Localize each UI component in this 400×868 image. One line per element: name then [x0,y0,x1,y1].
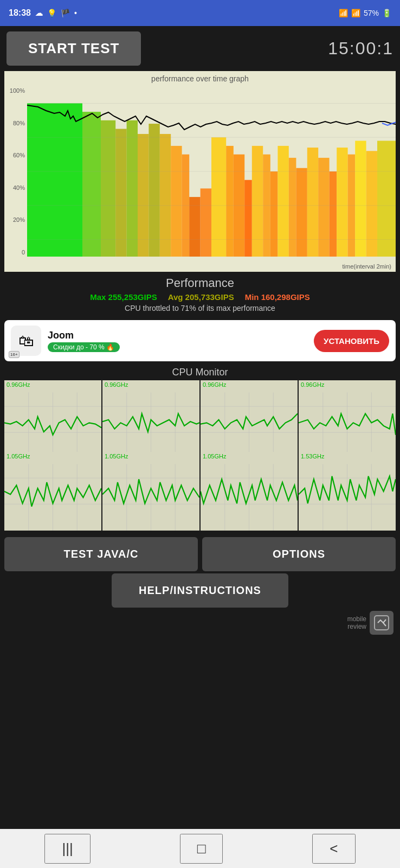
ad-icon: 🛍 16+ [11,326,41,356]
cpu-freq-5: 1.05GHz [105,453,128,459]
ad-description: Скидки до - 70 % 🔥 [48,342,120,352]
svg-rect-10 [189,197,200,257]
svg-rect-0 [27,103,82,257]
y-label-20: 20% [13,216,25,223]
flag-icon: 🏴 [61,9,70,17]
nav-menu-button[interactable]: ||| [44,834,90,864]
y-label-100: 100% [10,87,25,94]
perf-avg: Avg 205,733GIPS [168,292,234,302]
logo-text: mobile review [347,615,366,631]
svg-rect-19 [278,146,288,257]
y-label-40: 40% [13,184,25,191]
cpu-freq-7: 1.53GHz [301,453,324,459]
y-label-60: 60% [13,152,25,158]
cpu-freq-0: 0.96GHz [7,381,30,388]
ad-install-button[interactable]: УСТАНОВИТЬ [314,330,389,352]
cpu-cell-5: 1.05GHz [102,452,199,522]
signal-icon: 📶 [351,9,360,17]
cpu-freq-1: 0.96GHz [105,381,128,388]
y-label-80: 80% [13,120,25,126]
svg-rect-23 [318,158,329,257]
time-display: 18:38 [9,8,31,18]
main-content: START TEST 15:00:1 performance over time… [0,26,400,829]
svg-rect-21 [296,168,307,257]
svg-rect-28 [366,151,377,257]
joom-logo: 🛍 [18,332,34,350]
timer-display: 15:00:1 [328,39,393,59]
status-left: 18:38 ☁ 💡 🏴 • [9,8,77,18]
cpu-freq-4: 1.05GHz [7,453,30,459]
graph-canvas-area [27,86,396,257]
logo-icon [370,611,393,635]
bottom-buttons-row: TEST JAVA/C OPTIONS [0,534,400,573]
cpu-cell-3: 0.96GHz [299,380,396,451]
svg-rect-83 [375,616,389,630]
start-test-button[interactable]: START TEST [7,31,141,66]
cpu-monitor-grid: 0.96GHz 0.96GHz [4,380,396,522]
y-label-0: 0 [22,249,25,256]
cpu-monitor-title: CPU Monitor [0,363,400,380]
svg-rect-15 [244,180,252,257]
wifi-icon: 📶 [339,9,348,17]
cloud-icon: ☁ [35,9,43,17]
svg-rect-4 [127,120,138,257]
test-java-c-button[interactable]: TEST JAVA/C [4,537,198,571]
cpu-cell-1: 0.96GHz [102,380,199,451]
graph-time-label: time(interval 2min) [343,263,391,270]
svg-rect-8 [171,146,182,257]
ad-name: Joom [48,330,307,341]
location-icon: 💡 [47,9,56,17]
svg-rect-13 [226,146,234,257]
top-row: START TEST 15:00:1 [0,26,400,71]
cpu-cell-2: 0.96GHz [201,380,298,451]
svg-rect-22 [307,148,318,257]
cpu-freq-3: 0.96GHz [301,381,324,388]
age-badge: 16+ [9,351,20,358]
nav-back-button[interactable]: < [312,834,355,864]
help-btn-row: HELP/INSTRUCTIONS [0,573,400,610]
performance-title: Performance [2,276,398,290]
perf-throttle: CPU throttled to 71% of its max performa… [2,304,398,312]
ad-banner: 🛍 16+ Joom Скидки до - 70 % 🔥 УСТАНОВИТЬ [4,320,396,361]
dot-icon: • [74,9,77,17]
performance-graph: performance over time graph 100% 80% 60%… [4,71,396,272]
logo-row: mobile review [0,610,400,637]
svg-rect-12 [211,137,226,257]
svg-rect-3 [115,129,126,257]
nav-home-button[interactable]: □ [180,834,223,864]
svg-rect-25 [337,148,347,257]
svg-rect-29 [377,141,396,257]
battery-percent: 57% [364,9,379,17]
battery-icon: 🔋 [382,9,391,17]
svg-rect-1 [82,112,101,257]
perf-min: Min 160,298GIPS [245,292,310,302]
svg-rect-2 [101,120,115,257]
options-button[interactable]: OPTIONS [202,537,396,571]
status-bar: 18:38 ☁ 💡 🏴 • 📶 📶 57% 🔋 [0,0,400,26]
performance-stats: Max 255,253GIPS Avg 205,733GIPS Min 160,… [2,292,398,302]
svg-rect-7 [160,134,171,257]
ad-text: Joom Скидки до - 70 % 🔥 [48,330,307,352]
cpu-cell-6: 1.05GHz [201,452,298,522]
svg-rect-11 [201,188,211,257]
status-right: 📶 📶 57% 🔋 [339,9,391,17]
svg-rect-18 [270,171,278,257]
cpu-cell-0: 0.96GHz [4,380,101,451]
nav-bar: ||| □ < [0,829,400,868]
svg-rect-16 [252,146,263,257]
svg-rect-24 [330,171,337,257]
svg-rect-20 [289,158,296,257]
svg-rect-27 [355,141,366,257]
help-instructions-button[interactable]: HELP/INSTRUCTIONS [112,573,288,608]
cpu-freq-6: 1.05GHz [203,453,226,459]
graph-y-labels: 100% 80% 60% 40% 20% 0 [4,87,27,256]
graph-title: performance over time graph [4,74,396,83]
svg-rect-6 [149,124,159,257]
logo-line1: mobile [347,615,366,623]
performance-section: Performance Max 255,253GIPS Avg 205,733G… [0,272,400,318]
cpu-cell-4: 1.05GHz [4,452,101,522]
svg-rect-5 [138,134,149,257]
perf-max: Max 255,253GIPS [90,292,157,302]
cpu-freq-2: 0.96GHz [203,381,226,388]
logo-line2: review [347,623,366,630]
